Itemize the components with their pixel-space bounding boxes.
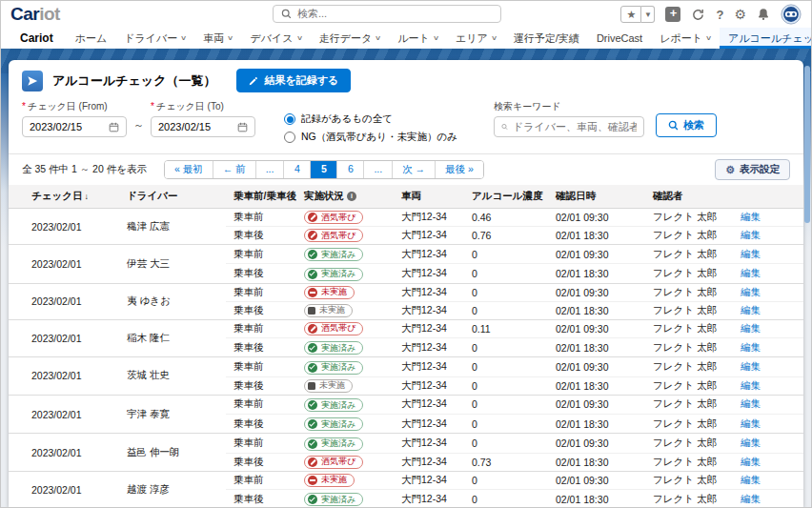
pagination-最後[interactable]: 最後 » (435, 161, 483, 178)
radio-all-records[interactable]: 記録があるもの全て (284, 112, 457, 126)
display-settings-button[interactable]: ⚙ 表示設定 (715, 159, 790, 180)
cell-checker: フレクト 太郎 (645, 434, 733, 453)
edit-link[interactable]: 編集 (741, 493, 761, 504)
nav-tab-運行予定/実績[interactable]: 運行予定/実績 (505, 28, 588, 49)
nav-tab-ルート[interactable]: ルート∨ (389, 28, 447, 49)
edit-link[interactable]: 編集 (741, 286, 761, 297)
cell-driver: 宇津 泰寛 (119, 395, 226, 434)
alcohol-check-table: チェック日↓ドライバー乗車前/乗車後実施状況i車両アルコール濃度確認日時確認者 … (9, 185, 803, 507)
calendar-icon[interactable] (237, 122, 248, 132)
nav-tab-アルコールチェック[interactable]: アルコールチェック (720, 28, 812, 49)
pagination-前[interactable]: ← 前 (213, 161, 255, 178)
favorites-caret-icon[interactable]: ▼ (641, 6, 655, 23)
status-badge-not_done_red: 未実施 (304, 474, 355, 487)
slash-icon (308, 324, 317, 334)
status-label: 未実施 (319, 380, 345, 391)
table-row: 2023/02/01宇津 泰寛乗車前実施済み大門12-34002/01 09:3… (9, 395, 803, 414)
cell-alcohol-level: 0 (464, 301, 548, 319)
edit-link[interactable]: 編集 (741, 322, 761, 334)
help-icon[interactable]: ? (716, 9, 723, 21)
check-icon (308, 495, 317, 504)
check-date-from-input[interactable]: 2023/02/15 (22, 116, 127, 137)
cell-vehicle: 大門12-34 (394, 319, 464, 337)
nav-tab-label: 運行予定/実績 (514, 31, 579, 46)
user-avatar[interactable] (781, 4, 802, 25)
info-icon[interactable]: i (347, 192, 356, 201)
cell-vehicle: 大門12-34 (394, 376, 464, 395)
cell-edit: 編集 (733, 319, 803, 337)
nav-tab-エリア[interactable]: エリア∨ (447, 28, 505, 49)
cell-phase: 乗車後 (226, 337, 296, 356)
check-date-to-input[interactable]: 2023/02/15 (151, 116, 255, 137)
cell-vehicle: 大門12-34 (394, 301, 464, 319)
edit-link[interactable]: 編集 (741, 456, 761, 467)
pagination-6[interactable]: 6 (336, 161, 363, 178)
pagination-5[interactable]: 5 (310, 161, 336, 178)
edit-link[interactable]: 編集 (741, 379, 761, 391)
record-result-button[interactable]: 結果を記録する (236, 69, 351, 92)
cell-alcohol-level: 0 (464, 395, 548, 414)
vertical-scrollbar[interactable] (804, 51, 810, 507)
status-badge-done: 実施済み (304, 437, 363, 451)
cell-checker: フレクト 太郎 (645, 264, 733, 283)
edit-link[interactable]: 編集 (741, 304, 761, 315)
chevron-down-icon: ∨ (227, 34, 233, 42)
quick-add-icon[interactable]: + (665, 7, 680, 22)
edit-link[interactable]: 編集 (741, 248, 761, 259)
cell-status: 実施済み (296, 415, 394, 434)
cell-phase: 乗車後 (226, 227, 296, 245)
nav-tab-ホーム[interactable]: ホーム (67, 28, 116, 49)
cell-phase: 乗車後 (226, 453, 296, 471)
cell-alcohol-level: 0 (464, 489, 548, 507)
cell-vehicle: 大門12-34 (394, 415, 464, 434)
edit-link[interactable]: 編集 (741, 229, 761, 240)
edit-link[interactable]: 編集 (741, 417, 761, 429)
nav-tab-デバイス[interactable]: デバイス∨ (241, 28, 310, 49)
sync-icon[interactable] (691, 8, 705, 22)
column-header-チェック日[interactable]: チェック日↓ (9, 185, 119, 209)
pagination-4[interactable]: 4 (283, 161, 310, 178)
cell-edit: 編集 (733, 245, 803, 264)
setup-gear-icon[interactable]: ⚙ (734, 8, 746, 21)
filter-bar: チェック日 (From) 2023/02/15 ～ チェック日 (To) 202… (9, 97, 803, 153)
cell-alcohol-level: 0 (464, 471, 548, 489)
calendar-icon[interactable] (109, 122, 119, 132)
scrollbar-thumb[interactable] (804, 66, 810, 223)
cell-edit: 編集 (733, 376, 803, 395)
favorites-star-icon[interactable]: ★ (620, 6, 641, 23)
cell-phase: 乗車後 (226, 415, 296, 434)
square-icon (308, 307, 315, 315)
edit-link[interactable]: 編集 (741, 267, 761, 278)
edit-link[interactable]: 編集 (741, 474, 761, 485)
check-icon (308, 270, 317, 279)
keyword-search-input[interactable]: ドライバー、車両、確認者、指示事項 (494, 116, 644, 137)
cell-phase: 乗車前 (226, 245, 296, 264)
nav-tab-ドライバー[interactable]: ドライバー∨ (115, 28, 194, 49)
search-button[interactable]: 検索 (656, 113, 717, 137)
status-label: 酒気帯び (321, 457, 355, 467)
global-search-placeholder: 検索... (297, 7, 327, 21)
search-icon (281, 9, 292, 19)
cell-driver: 伊芸 大三 (119, 245, 226, 284)
status-label: 酒気帯び (321, 323, 355, 334)
pagination-次[interactable]: 次 → (392, 161, 435, 178)
status-label: 実施済み (321, 269, 355, 279)
cell-driver: 茨城 壮史 (119, 357, 226, 395)
edit-link[interactable]: 編集 (741, 341, 761, 353)
cell-checked-at: 02/01 09:30 (548, 209, 645, 227)
edit-link[interactable]: 編集 (741, 397, 761, 409)
table-row: 2023/02/01夷 ゆきお乗車前未実施大門12-34002/01 09:30… (9, 283, 803, 301)
nav-tab-DriveCast[interactable]: DriveCast (588, 28, 651, 49)
nav-tab-車両[interactable]: 車両∨ (194, 28, 241, 49)
notification-bell-icon[interactable] (757, 8, 770, 21)
global-search-input[interactable]: 検索... (273, 5, 501, 23)
pagination-最初[interactable]: « 最初 (165, 161, 213, 178)
edit-link[interactable]: 編集 (741, 360, 761, 372)
edit-link[interactable]: 編集 (741, 437, 761, 448)
nav-tab-走行データ[interactable]: 走行データ∨ (311, 28, 390, 49)
column-header-乗車前/乗車後: 乗車前/乗車後 (226, 185, 296, 209)
nav-tab-レポート[interactable]: レポート∨ (651, 28, 720, 49)
status-badge-not_done_red: 未実施 (304, 286, 355, 299)
edit-link[interactable]: 編集 (741, 211, 761, 222)
radio-ng-only[interactable]: NG（酒気帯びあり・未実施）のみ (284, 131, 457, 144)
